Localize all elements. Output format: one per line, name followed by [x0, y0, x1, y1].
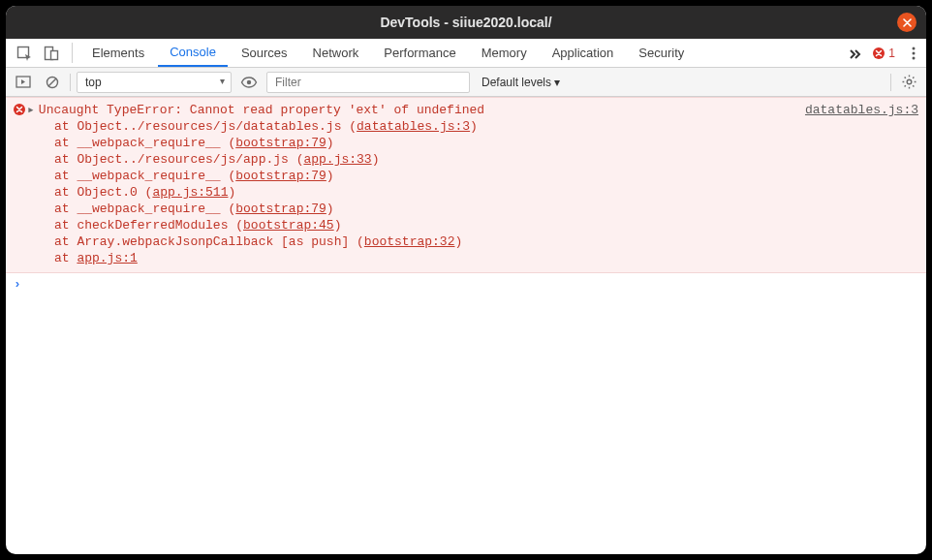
separator [890, 74, 891, 91]
inspect-element-icon[interactable] [12, 39, 37, 67]
filter-input[interactable] [266, 72, 470, 93]
clear-console-icon[interactable] [41, 72, 64, 93]
stack-frame-link[interactable]: datatables.js:3 [357, 119, 470, 134]
console-output[interactable]: ▸ Uncaught TypeError: Cannot read proper… [6, 97, 926, 554]
error-count: 1 [888, 47, 895, 60]
tab-elements[interactable]: Elements [80, 39, 156, 67]
context-selector-value: top [85, 76, 102, 89]
close-icon[interactable] [897, 13, 916, 32]
toggle-sidebar-icon[interactable] [12, 72, 35, 93]
stack-frame-link[interactable]: bootstrap:32 [364, 234, 455, 249]
stack-frame: at Array.webpackJsonpCallback [as push] … [27, 233, 918, 250]
stack-frame: at checkDeferredModules (bootstrap:45) [27, 217, 918, 233]
log-levels-label: Default levels [482, 76, 551, 89]
svg-point-5 [913, 56, 916, 59]
devtools-window: DevTools - siiue2020.local/ Elements Con… [6, 6, 926, 554]
svg-point-8 [247, 79, 251, 83]
stack-frame: at __webpack_require__ (bootstrap:79) [27, 201, 918, 217]
svg-point-4 [913, 51, 916, 54]
stack-frame: at Object.0 (app.js:511) [27, 184, 918, 201]
error-gutter [14, 102, 27, 266]
error-source-link[interactable]: datatables.js:3 [805, 102, 918, 118]
tab-sources[interactable]: Sources [230, 39, 299, 67]
error-message-block: ▸ Uncaught TypeError: Cannot read proper… [6, 97, 926, 273]
stack-frame-link[interactable]: bootstrap:79 [235, 136, 326, 150]
titlebar: DevTools - siiue2020.local/ [6, 6, 926, 39]
svg-rect-2 [51, 50, 58, 59]
expand-toggle-icon[interactable]: ▸ [27, 102, 35, 118]
live-expression-icon[interactable] [237, 72, 261, 93]
stack-frame: at Object../resources/js/app.js (app.js:… [27, 151, 918, 168]
kebab-menu-icon[interactable] [901, 39, 926, 67]
separator [72, 43, 73, 63]
stack-frame: at app.js:1 [27, 250, 918, 266]
error-message-text: Uncaught TypeError: Cannot read property… [39, 102, 790, 118]
stack-frame-link[interactable]: bootstrap:79 [235, 202, 326, 216]
error-icon [873, 47, 885, 59]
tab-performance[interactable]: Performance [372, 39, 467, 67]
log-levels-dropdown[interactable]: Default levels ▾ [476, 76, 566, 89]
error-body: ▸ Uncaught TypeError: Cannot read proper… [27, 102, 918, 266]
console-toolbar: top Default levels ▾ [6, 68, 926, 97]
toggle-device-toolbar-icon[interactable] [39, 39, 64, 67]
error-icon [14, 104, 25, 115]
stack-frame-link[interactable]: bootstrap:45 [243, 218, 334, 233]
window-title: DevTools - siiue2020.local/ [380, 15, 551, 30]
error-count-badge[interactable]: 1 [869, 39, 899, 67]
tab-strip: Elements Console Sources Network Perform… [6, 39, 926, 68]
stack-frame: at __webpack_require__ (bootstrap:79) [27, 168, 918, 184]
more-tabs-icon[interactable] [842, 39, 867, 67]
stack-frame-link[interactable]: app.js:511 [152, 185, 228, 200]
stack-frame-link[interactable]: app.js:1 [77, 251, 137, 265]
tab-memory[interactable]: Memory [470, 39, 539, 67]
tab-security[interactable]: Security [627, 39, 696, 67]
svg-point-9 [907, 79, 912, 84]
chevron-down-icon: ▾ [554, 76, 560, 89]
stack-frame-link[interactable]: bootstrap:79 [235, 169, 326, 183]
tab-application[interactable]: Application [541, 39, 626, 67]
svg-point-3 [913, 47, 916, 49]
stack-frame: at __webpack_require__ (bootstrap:79) [27, 135, 918, 151]
console-settings-icon[interactable] [897, 72, 920, 93]
tab-console[interactable]: Console [158, 39, 228, 67]
console-prompt[interactable]: › [6, 273, 926, 296]
separator [70, 74, 71, 91]
stack-frame: at Object../resources/js/datatables.js (… [27, 118, 918, 135]
context-selector[interactable]: top [77, 72, 232, 93]
stack-frame-link[interactable]: app.js:33 [303, 152, 371, 167]
tab-network[interactable]: Network [301, 39, 371, 67]
